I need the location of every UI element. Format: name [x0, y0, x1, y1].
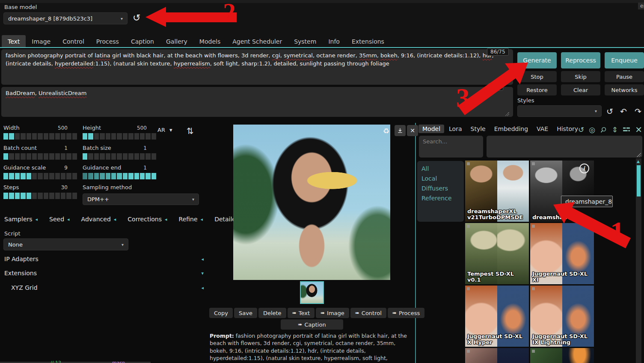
styles-select[interactable]: ▾ — [517, 105, 602, 117]
send-to-caption-button[interactable]: ➠ Caption — [281, 319, 343, 330]
steps-track[interactable] — [3, 193, 77, 199]
tab-process[interactable]: Process — [90, 35, 125, 48]
tab-control[interactable]: Control — [56, 35, 90, 48]
networks-tab-vae[interactable]: VAE — [533, 125, 552, 133]
send-to-control-button[interactable]: ➠Control — [350, 308, 386, 318]
guidance-scale-track[interactable] — [3, 173, 77, 179]
accordion-refine[interactable]: Refine◂ — [179, 216, 203, 223]
filter-all[interactable]: All — [421, 164, 460, 174]
batch-size-slider[interactable]: Batch size1 — [83, 145, 156, 160]
model-card[interactable] — [465, 348, 529, 363]
prompt-input[interactable]: fashion photography portrait of latina g… — [1, 49, 513, 85]
search-icon[interactable] — [600, 126, 607, 134]
tab-text[interactable]: Text — [2, 35, 26, 48]
stop-button[interactable]: Stop — [517, 71, 557, 82]
networks-tab-model[interactable]: Model — [418, 125, 444, 133]
model-card-tempest-sd-xl-v0-1[interactable]: Tempest SD-XL v0.1 — [465, 223, 529, 284]
width-slider[interactable]: Width500 — [3, 125, 77, 140]
networks-tab-lora[interactable]: Lora — [445, 125, 466, 133]
tab-system[interactable]: System — [288, 35, 322, 48]
base-model-select[interactable]: dreamshaper_8 [879db523c3] ▾ — [3, 12, 128, 24]
send-to-image-button[interactable]: ➠Image — [316, 308, 349, 318]
networks-button[interactable]: Networks — [605, 84, 644, 95]
model-card-juggernaut-sd-xl-x-hyper[interactable]: Juggernaut SD-XL X Hyper — [465, 286, 529, 347]
filter-reference[interactable]: Reference — [421, 193, 460, 203]
skip-button[interactable]: Skip — [561, 71, 600, 82]
send-to-process-button[interactable]: ➠Process — [388, 308, 424, 318]
pause-button[interactable]: Pause — [605, 71, 644, 82]
enqueue-button[interactable]: Enqueue — [605, 52, 644, 68]
networks-description-input[interactable] — [487, 136, 642, 158]
networks-tab-embedding[interactable]: Embedding — [490, 125, 532, 133]
batch-count-track[interactable] — [3, 153, 77, 160]
tab-info[interactable]: Info — [322, 35, 346, 48]
close-image-button[interactable]: ✕ — [407, 125, 418, 136]
tab-image[interactable]: Image — [26, 35, 56, 48]
section-xyz-grid[interactable]: XYZ Grid◂ — [4, 284, 204, 291]
generate-button[interactable]: Generate — [517, 52, 557, 68]
negative-prompt-input[interactable]: BadDream, UnrealisticDream — [1, 87, 513, 117]
redo-icon[interactable]: ↷ — [635, 107, 641, 116]
negative-resize-handle[interactable] — [505, 112, 509, 116]
filter-local[interactable]: Local — [421, 174, 460, 184]
batch-size-track[interactable] — [83, 153, 156, 160]
height-slider[interactable]: Height500 — [83, 125, 156, 140]
model-card-juggernaut-sd-xl-ix-lightning[interactable]: Juggernaut SD-XL IX Lightning — [530, 286, 594, 347]
undo-icon[interactable]: ↶ — [620, 107, 627, 116]
model-card-dreamshaper-8[interactable]: dreamshaper_8i — [530, 161, 594, 222]
download-image-button[interactable] — [395, 125, 406, 136]
prompt-resize-handle[interactable] — [505, 80, 509, 84]
gallery-thumbnail[interactable] — [300, 281, 324, 304]
scrollbar-thumb[interactable] — [637, 165, 641, 196]
clear-button[interactable]: Clear — [561, 84, 600, 95]
accordion-samplers[interactable]: Samplers◂ — [4, 216, 38, 223]
section-extensions[interactable]: Extensions▾ — [4, 270, 204, 277]
info-icon[interactable]: i — [579, 164, 589, 173]
networks-refresh-icon[interactable]: ↺ — [578, 126, 584, 134]
model-card[interactable] — [530, 348, 594, 363]
delete-button[interactable]: Delete — [258, 308, 286, 318]
scroll-up-icon[interactable]: ▲ — [637, 159, 640, 164]
height-track[interactable] — [83, 133, 156, 140]
textarea-resize-handle[interactable] — [637, 153, 641, 157]
filter-diffusers[interactable]: Diffusers — [421, 184, 460, 193]
guidance-scale-slider[interactable]: Guidance scale9 — [3, 164, 77, 179]
networks-tab-history[interactable]: History — [553, 125, 582, 133]
width-track[interactable] — [3, 133, 77, 140]
guidance-end-slider[interactable]: Guidance end1 — [83, 164, 156, 179]
copy-button[interactable]: Copy — [209, 308, 233, 318]
recycle-icon[interactable]: ♻ — [383, 127, 389, 135]
record-icon[interactable]: ◎ — [589, 126, 595, 134]
networks-search-input[interactable] — [419, 136, 483, 158]
accordion-corrections[interactable]: Corrections◂ — [128, 216, 167, 223]
close-panel-icon[interactable]: ✕ — [635, 125, 642, 134]
styles-refresh-icon[interactable]: ↺ — [606, 107, 613, 116]
sort-icon[interactable] — [623, 127, 630, 133]
script-select[interactable]: None ▾ — [3, 238, 128, 250]
sampling-method-select[interactable]: DPM++ ▾ — [83, 193, 199, 205]
accordion-advanced[interactable]: Advanced◂ — [81, 216, 116, 223]
reprocess-button[interactable]: Reprocess — [561, 52, 600, 68]
steps-slider[interactable]: Steps30 — [3, 184, 77, 199]
tab-extensions[interactable]: Extensions — [346, 35, 390, 48]
tab-caption[interactable]: Caption — [125, 35, 160, 48]
restore-button[interactable]: Restore — [517, 84, 557, 95]
guidance-end-track[interactable] — [83, 173, 156, 179]
tab-gallery[interactable]: Gallery — [160, 35, 193, 48]
model-card-dreamshaperxl-v21turbodpmsde[interactable]: dreamshaperXL v21TurboDPMSDE — [465, 161, 529, 222]
swap-dimensions-icon[interactable]: ⇅ — [187, 126, 194, 136]
section-ip-adapters[interactable]: IP Adapters◂ — [4, 256, 204, 262]
model-refresh-icon[interactable]: ↺ — [133, 13, 140, 23]
tab-models[interactable]: Models — [193, 35, 226, 48]
scrollbar[interactable]: ▲ — [636, 158, 641, 363]
resize-vertical-icon[interactable]: ⇕ — [612, 126, 618, 134]
language-badge[interactable]: en — [638, 3, 644, 9]
batch-count-slider[interactable]: Batch count1 — [3, 145, 77, 160]
networks-tab-style[interactable]: Style — [467, 125, 490, 133]
aspect-ratio-select[interactable]: AR ▾ — [157, 127, 182, 133]
generated-image[interactable] — [233, 125, 390, 280]
model-card-juggernaut-sd-xl-xi[interactable]: Juggernaut SD-XL XI — [530, 223, 594, 284]
save-button[interactable]: Save — [234, 308, 257, 318]
send-to-text-button[interactable]: ➠Text — [288, 308, 315, 318]
tab-agent-scheduler[interactable]: Agent Scheduler — [226, 35, 288, 48]
